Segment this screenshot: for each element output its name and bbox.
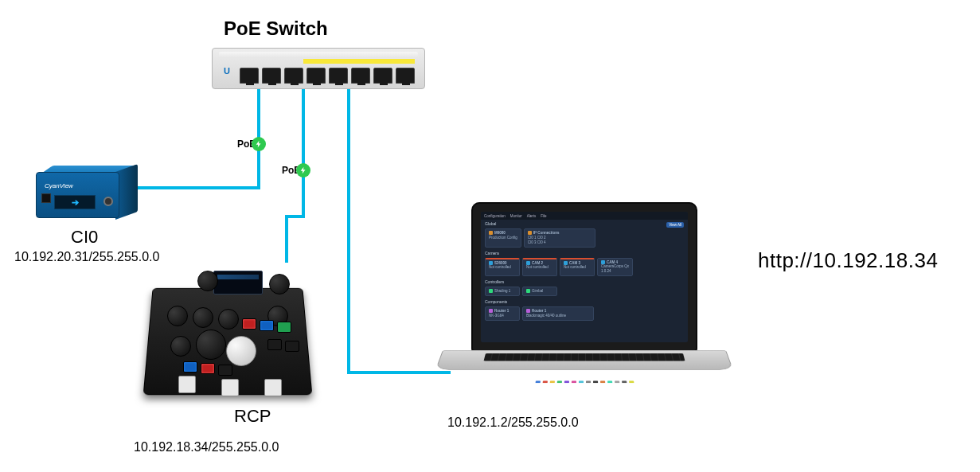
switch-brand-logo: U <box>224 66 235 77</box>
topbar-item: Alerts <box>527 214 537 218</box>
card-camera-3: CAM 4 CameraCorps Qx 1.0.24 <box>597 258 633 277</box>
dock-icon <box>556 380 561 383</box>
rcp-knob <box>170 336 191 357</box>
rcp-button <box>201 363 215 374</box>
switch-title: PoE Switch <box>224 18 328 40</box>
rcp-ip: 10.192.18.34/255.255.0.0 <box>134 440 279 454</box>
card-camera-1: CAM 2 Not controlled <box>522 258 557 277</box>
card-global-0: M6000 Production Config <box>485 228 521 248</box>
cable-laptop-vert <box>347 89 350 374</box>
rcp-button <box>267 339 282 350</box>
switch-ports <box>240 68 415 84</box>
lightning-icon <box>255 140 263 148</box>
card-marker <box>528 231 532 235</box>
dock-icon <box>578 380 583 383</box>
card-marker <box>489 231 493 235</box>
rcp-knob <box>218 309 239 330</box>
dock-icon <box>586 380 591 383</box>
card-marker <box>601 260 605 264</box>
laptop-device: Configuration Monitor Alerts File View A… <box>443 202 726 403</box>
rcp-square-button <box>221 379 239 396</box>
ci0-screen: ➔ <box>54 195 96 209</box>
rcp-button <box>218 365 232 376</box>
ci0-rj45-port <box>41 193 51 203</box>
card-marker <box>526 309 530 313</box>
card-controllers-1: Gimbal <box>522 287 557 296</box>
ci0-device: CyanView ➔ <box>36 166 139 220</box>
dock-icon <box>600 380 605 383</box>
card-camera-2: CAM 3 Not controlled <box>560 258 595 277</box>
cable-rcp-vert2 <box>285 215 288 263</box>
card-camera-0: S26000 Not controlled <box>485 258 520 277</box>
switch-port <box>351 68 370 84</box>
ci0-bnc-port <box>103 197 113 206</box>
rcp-button <box>242 318 256 330</box>
camera-row: S26000 Not controlled CAM 2 Not controll… <box>481 256 688 279</box>
switch-yellow-strip <box>303 59 415 64</box>
ci0-ip: 10.192.20.31/255.255.0.0 <box>14 250 159 264</box>
rcp-knob <box>269 274 290 295</box>
laptop-keyboard <box>484 353 685 361</box>
cable-ci0-horiz <box>138 186 260 189</box>
app-topbar: Configuration Monitor Alerts File <box>481 212 688 220</box>
cable-rcp-vert1 <box>302 89 305 218</box>
cable-laptop-horiz <box>347 371 451 374</box>
switch-port <box>396 68 415 84</box>
card-components-1: Router 1 Blackmagic 40/40 outline <box>522 306 594 321</box>
controllers-row: Shading 1 Gimbal <box>481 285 688 298</box>
switch-port <box>329 68 348 84</box>
rcp-button <box>277 322 291 333</box>
card-components-0: Router 1 NK-3G64 <box>485 306 520 321</box>
card-marker <box>489 289 493 293</box>
section-title-camera: Camera <box>481 249 688 256</box>
components-row: Router 1 NK-3G64 Router 1 Blackmagic 40/… <box>481 305 688 322</box>
rcp-name: RCP <box>234 406 271 427</box>
card-global-1: IP Connections CI0 1 CI0 2 CI0 3 CI0 4 <box>524 228 595 248</box>
dock-icon <box>607 380 612 383</box>
rcp-knob-large <box>196 330 226 360</box>
view-all-badge: View All <box>666 222 684 228</box>
section-title-global: Global <box>481 220 688 227</box>
card-marker <box>526 289 530 293</box>
rcp-screen <box>213 271 263 295</box>
dock-icon <box>615 380 619 383</box>
global-row: M6000 Production Config IP Connections C… <box>481 227 688 249</box>
switch-top-strip <box>219 52 418 58</box>
topbar-item: File <box>541 214 546 218</box>
laptop-ip: 10.192.1.2/255.255.0.0 <box>447 415 579 430</box>
rcp-knob-white <box>226 336 256 366</box>
rcp-knob <box>193 307 213 328</box>
ci0-screen-arrow-icon: ➔ <box>72 197 79 208</box>
card-marker <box>526 261 530 265</box>
topbar-item: Monitor <box>510 214 522 218</box>
dock-icon <box>593 380 598 383</box>
dock-icon <box>622 380 627 383</box>
card-marker <box>489 261 493 265</box>
dock-icon <box>535 380 540 383</box>
ci0-brand-text: CyanView <box>45 182 73 189</box>
switch-port <box>262 68 281 84</box>
ci0-name: CI0 <box>71 227 98 248</box>
laptop-screen: Configuration Monitor Alerts File View A… <box>481 212 688 342</box>
rcp-device <box>148 259 307 401</box>
section-title-components: Components <box>481 298 688 305</box>
laptop-url: http://10.192.18.34 <box>758 248 938 273</box>
poe-badge-icon <box>296 163 310 177</box>
switch-port <box>306 68 326 84</box>
rcp-square-button <box>178 376 196 393</box>
switch-port <box>284 68 303 84</box>
poe-badge-icon <box>252 137 266 151</box>
lightning-icon <box>299 166 307 174</box>
dock-icon <box>571 380 576 383</box>
rcp-button <box>183 361 197 373</box>
macos-dock <box>493 380 676 384</box>
section-title-controllers: Controllers <box>481 278 688 285</box>
dock-icon <box>564 380 568 383</box>
laptop-lid: Configuration Monitor Alerts File View A… <box>471 202 697 352</box>
rcp-button <box>260 320 274 331</box>
rcp-knob <box>197 271 218 291</box>
dock-icon <box>549 380 554 383</box>
card-controllers-0: Shading 1 <box>485 287 520 296</box>
dock-icon <box>629 380 634 383</box>
card-marker <box>564 261 568 265</box>
